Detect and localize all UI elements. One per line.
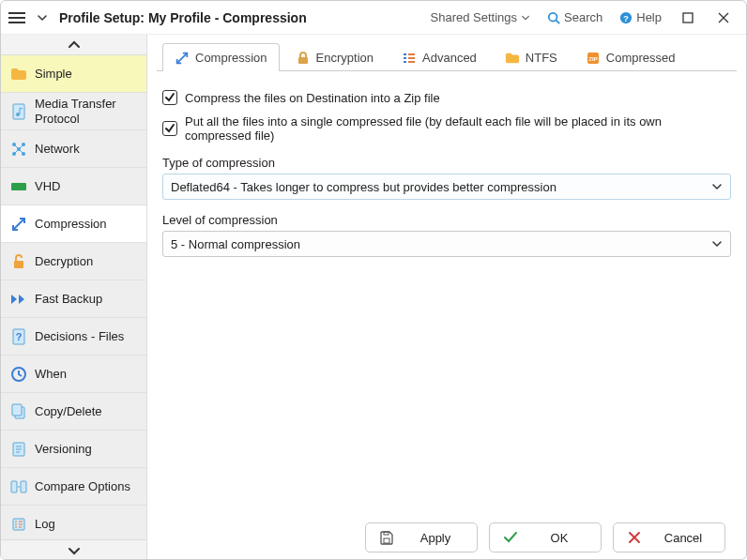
type-label: Type of compression — [162, 156, 731, 170]
vhd-icon — [10, 178, 27, 195]
checkbox-single-file[interactable] — [162, 121, 177, 136]
sidebar-item-versioning[interactable]: Versioning — [1, 431, 146, 468]
maximize-button[interactable] — [673, 5, 703, 31]
unlock-icon — [10, 253, 27, 270]
check-icon — [503, 530, 518, 545]
zip-icon: ZIP — [586, 51, 601, 66]
sidebar-item-simple[interactable]: Simple — [1, 55, 146, 93]
checkbox-compress[interactable] — [162, 90, 177, 105]
chevron-up-icon — [68, 40, 81, 50]
button-label: Cancel — [655, 531, 711, 545]
tab-label: Encryption — [316, 51, 374, 65]
chevron-down-icon — [711, 238, 723, 250]
level-select[interactable]: 5 - Normal compression — [162, 231, 731, 257]
sidebar-item-compression[interactable]: Compression — [1, 205, 146, 243]
close-icon — [627, 530, 642, 545]
svg-rect-13 — [14, 261, 23, 268]
svg-rect-21 — [21, 481, 26, 492]
svg-point-6 — [16, 113, 20, 116]
chk-row-compress: Compress the files on Destination into a… — [162, 90, 731, 105]
ok-button[interactable]: OK — [489, 522, 602, 552]
tab-compressed[interactable]: ZIP Compressed — [573, 43, 688, 71]
svg-rect-29 — [408, 61, 415, 63]
tab-label: NTFS — [526, 51, 557, 65]
search-label: Search — [564, 10, 602, 24]
svg-rect-28 — [408, 57, 415, 59]
list-icon — [402, 51, 417, 66]
button-label: Apply — [407, 531, 464, 545]
sidebar-item-when[interactable]: When — [1, 356, 146, 393]
tab-label: Compression — [195, 51, 267, 65]
svg-text:?: ? — [16, 331, 23, 342]
cancel-button[interactable]: Cancel — [613, 522, 725, 552]
sidebar-item-media-transfer[interactable]: Media Transfer Protocol — [1, 93, 146, 130]
sidebar-item-log[interactable]: Log — [1, 506, 146, 539]
svg-rect-25 — [404, 57, 406, 59]
titlebar: Profile Setup: My Profile - Compression … — [1, 1, 746, 35]
check-icon — [164, 123, 175, 134]
sidebar-item-compare-options[interactable]: Compare Options — [1, 468, 146, 506]
sidebar-item-vhd[interactable]: VHD — [1, 168, 146, 205]
sidebar-item-label: Media Transfer Protocol — [35, 97, 137, 126]
sidebar-item-copy-delete[interactable]: Copy/Delete — [1, 393, 146, 431]
search-button[interactable]: Search — [541, 7, 608, 28]
sidebar-item-decisions-files[interactable]: ? Decisions - Files — [1, 318, 146, 356]
chevron-down-icon — [68, 546, 81, 555]
copy-icon — [10, 403, 27, 420]
maximize-icon — [682, 12, 694, 23]
svg-rect-32 — [384, 538, 389, 543]
level-label: Level of compression — [162, 213, 731, 227]
chevron-down-icon — [37, 12, 48, 23]
sidebar-item-label: Compare Options — [35, 479, 130, 494]
document-question-icon: ? — [10, 328, 27, 345]
sidebar-scroll-down[interactable] — [1, 539, 146, 560]
apply-button[interactable]: Apply — [365, 522, 478, 552]
tab-compression[interactable]: Compression — [162, 43, 280, 71]
help-label: Help — [636, 10, 662, 24]
window-title: Profile Setup: My Profile - Compression — [59, 10, 307, 25]
compression-icon — [175, 51, 190, 66]
tab-ntfs[interactable]: NTFS — [493, 43, 570, 71]
checkbox-label: Put all the files into a single compress… — [185, 114, 731, 143]
sidebar-item-label: Fast Backup — [35, 292, 102, 307]
clock-icon — [10, 366, 27, 383]
menu-icon[interactable] — [8, 12, 25, 23]
versioning-icon — [10, 441, 27, 458]
svg-point-0 — [549, 12, 557, 21]
chevron-down-icon — [711, 181, 723, 192]
checkbox-label: Compress the files on Destination into a… — [185, 91, 440, 105]
shared-settings-label: Shared Settings — [431, 10, 518, 24]
chk-row-single: Put all the files into a single compress… — [162, 114, 731, 143]
title-dropdown[interactable] — [33, 10, 52, 25]
help-button[interactable]: ? Help — [614, 7, 667, 28]
svg-rect-23 — [298, 57, 308, 64]
sidebar-item-network[interactable]: Network — [1, 130, 146, 168]
svg-rect-24 — [404, 53, 406, 55]
type-select[interactable]: Deflated64 - Takes longer to compress bu… — [162, 174, 731, 200]
svg-text:?: ? — [623, 12, 629, 23]
document-music-icon — [10, 103, 27, 120]
form-area: Compress the files on Destination into a… — [157, 71, 737, 515]
close-button[interactable] — [709, 5, 739, 31]
sidebar-scroll-up[interactable] — [1, 35, 146, 55]
chevron-down-icon — [521, 13, 530, 23]
sidebar-item-fast-backup[interactable]: Fast Backup — [1, 280, 146, 318]
sidebar-item-label: Versioning — [35, 442, 92, 457]
svg-line-1 — [556, 20, 560, 23]
sidebar-item-label: VHD — [35, 179, 60, 194]
sidebar-item-label: Log — [35, 517, 55, 532]
save-icon — [379, 530, 394, 545]
button-label: OK — [531, 531, 587, 545]
tab-advanced[interactable]: Advanced — [389, 43, 489, 71]
folder-icon — [10, 66, 27, 83]
svg-rect-27 — [408, 53, 415, 55]
tab-encryption[interactable]: Encryption — [283, 43, 386, 71]
svg-rect-5 — [13, 104, 24, 119]
sidebar-item-label: Copy/Delete — [35, 404, 102, 419]
shared-settings-button[interactable]: Shared Settings — [425, 7, 537, 28]
select-value: Deflated64 - Takes longer to compress bu… — [171, 180, 556, 194]
search-icon — [547, 11, 560, 24]
sidebar-item-decryption[interactable]: Decryption — [1, 243, 146, 280]
footer: Apply OK Cancel — [157, 515, 737, 560]
tab-label: Advanced — [422, 51, 477, 65]
